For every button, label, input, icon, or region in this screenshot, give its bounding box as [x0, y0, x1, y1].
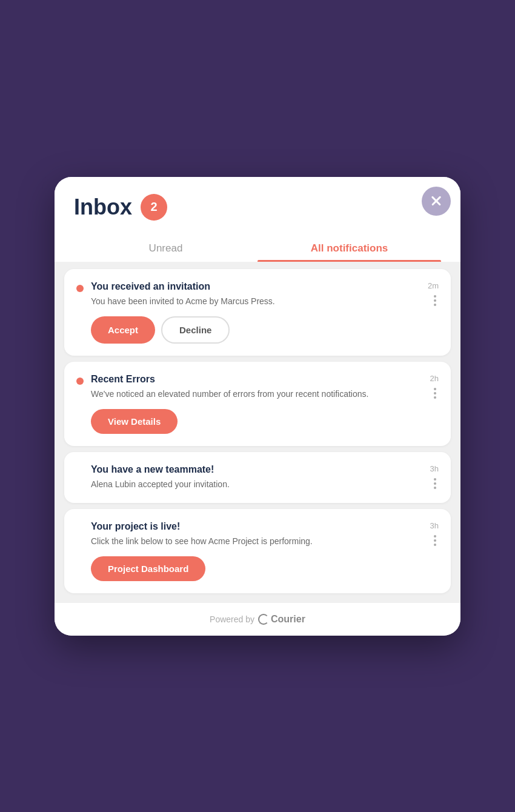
card-meta: 2h	[430, 374, 439, 400]
card-title: You have a new teammate!	[91, 464, 418, 475]
unread-badge: 2	[141, 194, 167, 221]
tabs: Unread All notifications	[74, 235, 441, 262]
card-description: You have been invited to Acme by Marcus …	[91, 295, 416, 308]
card-inner: Your project is live! Click the link bel…	[76, 521, 439, 581]
more-options-button[interactable]	[431, 294, 439, 307]
unread-indicator	[76, 378, 84, 385]
dot	[434, 539, 436, 542]
card-description: Click the link below to see how Acme Pro…	[91, 535, 418, 548]
card-meta: 3h	[430, 464, 439, 490]
card-inner: You have a new teammate! Alena Lubin acc…	[76, 464, 439, 491]
dot	[434, 487, 436, 489]
card-description: Alena Lubin accepted your invitation.	[91, 478, 418, 491]
timestamp: 2h	[430, 374, 439, 383]
card-inner: Recent Errors We've noticed an elevated …	[76, 374, 439, 434]
footer: Powered by Courier	[55, 603, 460, 636]
card-inner: You received an invitation You have been…	[76, 281, 439, 344]
dot	[434, 396, 436, 399]
dot	[434, 299, 436, 302]
courier-c-icon	[258, 614, 269, 625]
courier-logo: Courier	[258, 614, 305, 625]
decline-button[interactable]: Decline	[161, 316, 230, 344]
unread-indicator	[76, 285, 84, 292]
dot	[434, 535, 436, 537]
timestamp: 2m	[428, 281, 439, 290]
card-meta: 2m	[428, 281, 439, 307]
modal: Inbox 2 Unread All notifications You rec…	[55, 177, 460, 636]
card-body: Your project is live! Click the link bel…	[91, 521, 418, 581]
card-description: We've noticed an elevated number of erro…	[91, 388, 418, 401]
dot	[434, 478, 436, 481]
card-title: You received an invitation	[91, 281, 416, 292]
tab-all-notifications[interactable]: All notifications	[258, 235, 441, 262]
card-title: Recent Errors	[91, 374, 418, 385]
notifications-list: You received an invitation You have been…	[55, 262, 460, 603]
dot	[434, 544, 436, 546]
more-options-button[interactable]	[431, 387, 439, 400]
dot	[434, 388, 436, 390]
header-title-row: Inbox 2	[74, 194, 441, 221]
more-options-button[interactable]	[431, 477, 439, 490]
dot	[434, 482, 436, 485]
card-body: Recent Errors We've noticed an elevated …	[91, 374, 418, 434]
notification-card-teammate: You have a new teammate! Alena Lubin acc…	[64, 452, 451, 503]
card-meta: 3h	[430, 521, 439, 547]
courier-brand-name: Courier	[271, 614, 305, 625]
accept-button[interactable]: Accept	[91, 316, 155, 344]
project-dashboard-button[interactable]: Project Dashboard	[91, 556, 205, 581]
tab-unread[interactable]: Unread	[74, 235, 258, 262]
card-body: You have a new teammate! Alena Lubin acc…	[91, 464, 418, 491]
card-actions: Accept Decline	[91, 316, 416, 344]
timestamp: 3h	[430, 464, 439, 473]
dot	[434, 295, 436, 298]
dot	[434, 304, 436, 306]
notification-card-project: Your project is live! Click the link bel…	[64, 509, 451, 593]
card-body: You received an invitation You have been…	[91, 281, 416, 344]
phone-container: Inbox 2 Unread All notifications You rec…	[42, 165, 473, 648]
header: Inbox 2 Unread All notifications	[55, 177, 460, 262]
close-button[interactable]	[422, 187, 451, 216]
card-actions: View Details	[91, 409, 418, 434]
card-title: Your project is live!	[91, 521, 418, 532]
card-actions: Project Dashboard	[91, 556, 418, 581]
more-options-button[interactable]	[431, 534, 439, 547]
notification-card-errors: Recent Errors We've noticed an elevated …	[64, 362, 451, 446]
inbox-title: Inbox	[74, 195, 132, 220]
notification-card-invite: You received an invitation You have been…	[64, 269, 451, 356]
view-details-button[interactable]: View Details	[91, 409, 178, 434]
dot	[434, 392, 436, 394]
powered-by-text: Powered by	[210, 614, 254, 624]
timestamp: 3h	[430, 521, 439, 530]
